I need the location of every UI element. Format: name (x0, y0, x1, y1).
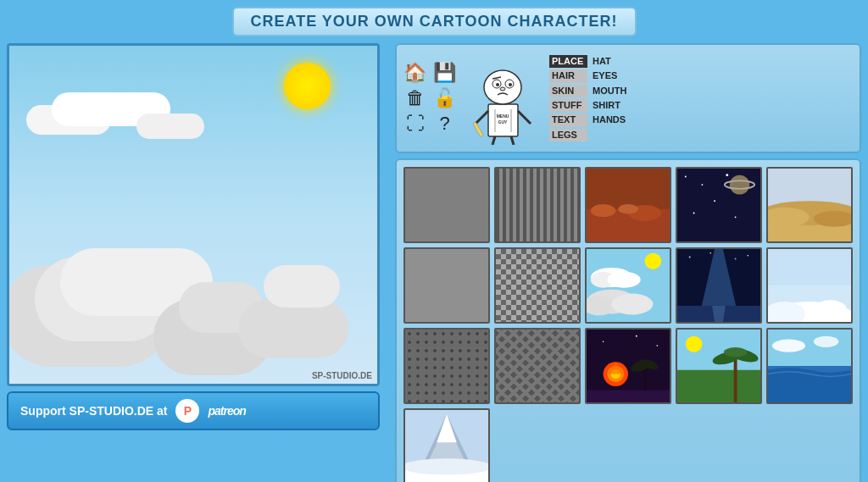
svg-rect-57 (768, 249, 851, 285)
category-stuff[interactable]: STUFF (549, 99, 587, 112)
svg-line-3 (492, 136, 495, 145)
category-shirt[interactable]: SHIRT (593, 99, 626, 112)
svg-point-46 (689, 257, 691, 258)
svg-point-49 (748, 255, 749, 257)
top-controls: 🏠 💾 🗑 🔓 ⛶ ? (395, 43, 861, 153)
expand-button[interactable]: ⛶ (406, 114, 425, 133)
category-skin[interactable]: SKIN (549, 85, 587, 97)
backgrounds-area: ◀ ▶ (395, 158, 861, 482)
svg-point-48 (735, 258, 737, 260)
bg-tile-meteor[interactable] (585, 328, 671, 404)
svg-point-60 (636, 335, 637, 337)
svg-point-47 (709, 252, 711, 254)
svg-text:MENU: MENU (496, 114, 509, 119)
bg-tile-gray-dots[interactable] (403, 328, 490, 404)
place-labels: PLACE HAIR SKIN STUFF TEXT LEGS (549, 55, 587, 141)
support-bar: Support SP-STUDIO.DE at P patreon (7, 391, 380, 430)
bg-tile-mountain-snow[interactable] (403, 408, 490, 482)
svg-point-11 (500, 87, 505, 91)
category-hat[interactable]: HAT (593, 55, 626, 68)
help-button[interactable]: ? (439, 114, 449, 133)
category-eyes[interactable]: EYES (593, 69, 626, 82)
bg-grid (403, 167, 853, 482)
main-area: SP-STUDIO.DE Support SP-STUDIO.DE at P p… (7, 43, 861, 482)
canvas-area[interactable]: SP-STUDIO.DE (7, 43, 380, 386)
cloud-6 (238, 299, 348, 358)
svg-point-21 (618, 204, 638, 213)
cloud-7 (264, 265, 340, 307)
svg-point-28 (693, 213, 695, 214)
icon-grid: 🏠 💾 🗑 🔓 ⛶ ? (403, 64, 456, 133)
svg-point-9 (509, 83, 512, 86)
right-labels: HAT EYES MOUTH SHIRT HANDS (593, 55, 626, 127)
svg-point-27 (714, 200, 715, 202)
cloud-group (9, 197, 377, 384)
save-button[interactable]: 💾 (433, 64, 456, 82)
svg-line-4 (511, 136, 514, 145)
svg-point-29 (735, 216, 737, 218)
bg-tile-sky-clouds[interactable] (585, 247, 671, 324)
svg-point-30 (730, 175, 750, 195)
svg-point-44 (611, 294, 653, 315)
bg-tile-desert[interactable] (766, 167, 853, 243)
left-panel: SP-STUDIO.DE Support SP-STUDIO.DE at P p… (7, 43, 388, 482)
bg-tile-gray-checker[interactable] (494, 247, 581, 324)
category-hair[interactable]: HAIR (549, 69, 587, 82)
bg-tile-mars[interactable] (585, 167, 671, 243)
svg-line-2 (518, 111, 531, 124)
category-text[interactable]: TEXT (549, 114, 587, 126)
svg-point-59 (603, 341, 604, 343)
category-mouth[interactable]: MOUTH (593, 85, 626, 97)
bg-tile-ocean[interactable] (766, 328, 853, 404)
svg-text:GUY: GUY (498, 119, 508, 125)
right-panel: 🏠 💾 🗑 🔓 ⛶ ? (395, 43, 861, 482)
svg-point-38 (645, 253, 662, 269)
svg-rect-71 (677, 370, 760, 402)
svg-point-23 (685, 176, 687, 178)
svg-rect-12 (472, 122, 482, 137)
character-svg: MENU GUY (467, 52, 539, 145)
delete-button[interactable]: 🗑 (406, 89, 425, 108)
category-place[interactable]: PLACE (549, 55, 587, 68)
svg-point-80 (814, 336, 838, 347)
bg-tile-gray-diamonds[interactable] (494, 328, 581, 404)
support-text: Support SP-STUDIO.DE at (20, 404, 167, 418)
svg-point-25 (726, 174, 728, 176)
svg-point-75 (724, 347, 747, 357)
bg-tile-tropical[interactable] (676, 328, 762, 404)
svg-point-41 (608, 272, 641, 288)
sun (284, 63, 331, 109)
bg-tile-gray-light[interactable] (403, 247, 490, 324)
category-hands[interactable]: HANDS (593, 114, 626, 126)
svg-point-19 (591, 204, 615, 217)
svg-line-1 (476, 111, 488, 124)
patreon-logo-icon: P (175, 399, 199, 423)
title-text: CREATE YOUR OWN CARTOON CHARACTER! (251, 13, 618, 30)
unlock-button[interactable]: 🔓 (433, 89, 456, 108)
bg-tile-snow[interactable] (766, 247, 853, 324)
character-preview: MENU GUY (465, 52, 541, 145)
svg-point-61 (657, 345, 659, 346)
svg-point-86 (405, 458, 488, 474)
bg-tile-gray-stripes[interactable] (494, 167, 581, 243)
bg-tile-space[interactable] (676, 167, 762, 243)
patreon-label[interactable]: patreon (208, 404, 245, 418)
sky-cloud-3 (136, 114, 204, 139)
svg-point-24 (701, 184, 703, 186)
category-legs[interactable]: LEGS (549, 129, 587, 141)
svg-point-56 (814, 300, 847, 319)
watermark: SP-STUDIO.DE (312, 371, 372, 380)
bg-tile-night-beam[interactable] (676, 247, 762, 324)
category-labels: PLACE HAIR SKIN STUFF TEXT LEGS HAT EYES… (549, 55, 626, 141)
svg-point-79 (772, 339, 805, 352)
svg-rect-66 (587, 391, 670, 402)
home-button[interactable]: 🏠 (403, 64, 426, 82)
title-banner: CREATE YOUR OWN CARTOON CHARACTER! (232, 7, 637, 36)
svg-point-76 (686, 336, 703, 352)
bg-tile-gray-solid[interactable] (403, 167, 490, 243)
svg-point-7 (496, 83, 499, 86)
